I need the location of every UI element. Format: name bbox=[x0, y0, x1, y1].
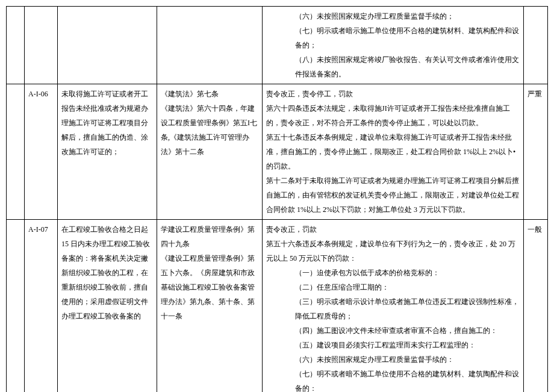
cell-level: 严重 bbox=[524, 84, 548, 220]
cell-behavior bbox=[58, 7, 157, 84]
cell-level bbox=[524, 7, 548, 84]
penalty-line: 第十二条对于未取得施工许可证或者为规避办理施工许可证将工程项目分解后擅自施工的，… bbox=[266, 173, 520, 217]
cell-seq bbox=[7, 84, 25, 220]
penalty-line: （二）任意压缩合理工期的： bbox=[266, 280, 520, 294]
penalty-line: （八）未按照国家规定将竣厂验收报告、有关认可文件或者准许使用文件报送备案的。 bbox=[266, 52, 520, 81]
table-row: （六）未按照国家规定办理工程质量监督手续的；（七）明示或者暗示施工单位使用不合格… bbox=[7, 7, 548, 84]
penalty-line: （四）施工图设冲文件未经审查或者审直不合格，擅自施工的： bbox=[266, 323, 520, 338]
penalty-line: 第六十四条违反本法规定，未取得施JI许可证或者开工报告未经批准擅自施工的，责令改… bbox=[266, 101, 520, 130]
cell-penalty: 责令改正，罚款第五十六条违反本条例规定，建设单位有下列行为之一的，责令改正，处 … bbox=[263, 220, 524, 393]
penalty-line: （六）未按照国家规定办理工程质量监督手续的： bbox=[266, 352, 520, 367]
cell-code bbox=[25, 7, 58, 84]
penalty-line: 责令改正，责令停工，罚款 bbox=[266, 87, 520, 101]
penalty-line: （三）明示或者暗示设计单位或者施工单位违反工程建设强制性标准，降低工程质母的； bbox=[266, 294, 520, 323]
penalty-line: （一）迫使承包方以低于成本的价格竞标的： bbox=[266, 266, 520, 280]
cell-behavior: 在工程竣工验收合格之日起 15 日内未办理工程竣工验收备案的：将备案机关决定撇新… bbox=[58, 220, 157, 393]
penalty-line: 第五十七条违反本条例规定，建设单位未取得施工许可证或者开工报告未经批准，擅自施工… bbox=[266, 130, 520, 173]
penalty-line: 第五十六条违反本条例规定，建设单位有下列行为之一的，责令改正，处 20 万元以上… bbox=[266, 237, 520, 266]
cell-code: A-I-06 bbox=[25, 84, 58, 220]
cell-code: A-I-07 bbox=[25, 220, 58, 393]
cell-level: 一般 bbox=[524, 220, 548, 393]
cell-basis bbox=[157, 7, 263, 84]
penalty-line: （七）明不或者暗不施工单位使用不合格的建筑材料、建筑陶配件和设备的： bbox=[266, 367, 520, 392]
cell-penalty: 责令改正，责令停工，罚款第六十四条违反本法规定，未取得施JI许可证或者开工报告未… bbox=[263, 84, 524, 220]
cell-penalty: （六）未按照国家规定办理工程质量监督手续的；（七）明示或者暗示施工单位使用不合格… bbox=[263, 7, 524, 84]
penalty-line: 责令改正，罚款 bbox=[266, 222, 520, 237]
penalty-line: （六）未按照国家规定办理工程质量监督手续的； bbox=[266, 9, 520, 23]
penalty-line: （五）建设项目必须实行工程监理而未实行工程监理的： bbox=[266, 338, 520, 352]
cell-basis: 《建筑法》第七条《建筑法》第六十四条，年建设工程质量管理条例》第五I七条,《建筑… bbox=[157, 84, 263, 220]
cell-basis: 学建设工程质量管理条例》第四十九条《建设工程质量管理条例》第五卜六条。《房屋建筑… bbox=[157, 220, 263, 393]
cell-behavior: 未取得施工许可证或者开工报告未经批准或者为规避办理施工许可证将工程项目分解后，擅… bbox=[58, 84, 157, 220]
penalty-line: （七）明示或者暗示施工单位使用不合格的建筑材料、建筑构配件和设备的； bbox=[266, 23, 520, 52]
cell-seq bbox=[7, 220, 25, 393]
table-row: A-I-07在工程竣工验收合格之日起 15 日内未办理工程竣工验收备案的：将备案… bbox=[7, 220, 548, 393]
regulation-table: （六）未按照国家规定办理工程质量监督手续的；（七）明示或者暗示施工单位使用不合格… bbox=[6, 6, 548, 392]
table-row: A-I-06未取得施工许可证或者开工报告未经批准或者为规避办理施工许可证将工程项… bbox=[7, 84, 548, 220]
cell-seq bbox=[7, 7, 25, 84]
